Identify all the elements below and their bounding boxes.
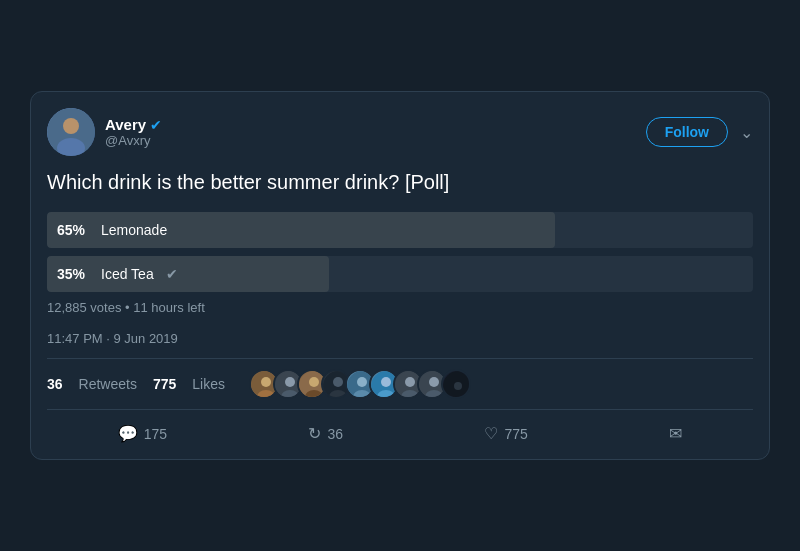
- user-info: Avery ✔ @Avxry: [105, 116, 162, 148]
- poll-bar-2: 35% Iced Tea ✔: [47, 256, 329, 292]
- tweet-timestamp: 11:47 PM · 9 Jun 2019: [47, 331, 753, 346]
- poll-percent-1: 65%: [57, 222, 93, 238]
- retweet-label: Retweets: [79, 376, 137, 392]
- poll-dot: •: [125, 300, 130, 315]
- retweet-icon: ↻: [308, 424, 321, 443]
- vote-count: 12,885 votes: [47, 300, 121, 315]
- mini-avatar-9: [441, 369, 471, 399]
- poll-percent-2: 35%: [57, 266, 93, 282]
- follow-button[interactable]: Follow: [646, 117, 728, 147]
- tweet-card: Avery ✔ @Avxry Follow ⌄ Which drink is t…: [30, 91, 770, 460]
- reply-icon: 💬: [118, 424, 138, 443]
- svg-point-13: [333, 377, 343, 387]
- tweet-header-left: Avery ✔ @Avxry: [47, 108, 162, 156]
- svg-point-10: [309, 377, 319, 387]
- retweet-button[interactable]: ↻ 36: [308, 424, 343, 443]
- heart-icon: ♡: [484, 424, 498, 443]
- likes-label: Likes: [192, 376, 225, 392]
- envelope-icon: ✉: [669, 424, 682, 443]
- avatar: [47, 108, 95, 156]
- svg-point-7: [285, 377, 295, 387]
- retweet-action-count: 36: [327, 426, 343, 442]
- divider-1: [47, 358, 753, 359]
- retweet-likes-row: 36 Retweets 775 Likes: [47, 369, 753, 399]
- svg-point-1: [63, 118, 79, 134]
- like-count: 775: [504, 426, 527, 442]
- tweet-text: Which drink is the better summer drink? …: [47, 168, 753, 196]
- user-name[interactable]: Avery: [105, 116, 146, 133]
- tweet-header: Avery ✔ @Avxry Follow ⌄: [47, 108, 753, 156]
- user-name-row: Avery ✔: [105, 116, 162, 133]
- svg-point-28: [454, 382, 462, 390]
- poll-label-2: Iced Tea: [101, 266, 154, 282]
- header-right: Follow ⌄: [646, 117, 753, 147]
- verified-icon: ✔: [150, 117, 162, 133]
- poll-option-2[interactable]: 35% Iced Tea ✔: [47, 256, 753, 292]
- user-handle: @Avxry: [105, 133, 162, 148]
- poll-check-icon: ✔: [166, 266, 178, 282]
- poll: 65% Lemonade 35% Iced Tea ✔: [47, 212, 753, 292]
- svg-point-4: [261, 377, 271, 387]
- retweet-count: 36: [47, 376, 63, 392]
- dm-button[interactable]: ✉: [669, 424, 682, 443]
- divider-2: [47, 409, 753, 410]
- poll-label-1: Lemonade: [101, 222, 167, 238]
- action-row: 💬 175 ↻ 36 ♡ 775 ✉: [47, 420, 753, 443]
- poll-bar-1: 65% Lemonade: [47, 212, 555, 248]
- svg-point-16: [357, 377, 367, 387]
- svg-point-25: [429, 377, 439, 387]
- chevron-down-icon[interactable]: ⌄: [740, 123, 753, 142]
- likes-count: 775: [153, 376, 176, 392]
- poll-option-1[interactable]: 65% Lemonade: [47, 212, 753, 248]
- svg-point-19: [381, 377, 391, 387]
- poll-stats: 12,885 votes • 11 hours left: [47, 300, 753, 315]
- reply-button[interactable]: 💬 175: [118, 424, 167, 443]
- like-button[interactable]: ♡ 775: [484, 424, 527, 443]
- svg-point-22: [405, 377, 415, 387]
- time-left: 11 hours left: [133, 300, 205, 315]
- tweet-body: Which drink is the better summer drink? …: [47, 168, 753, 315]
- avatar-group: [249, 369, 471, 399]
- reply-count: 175: [144, 426, 167, 442]
